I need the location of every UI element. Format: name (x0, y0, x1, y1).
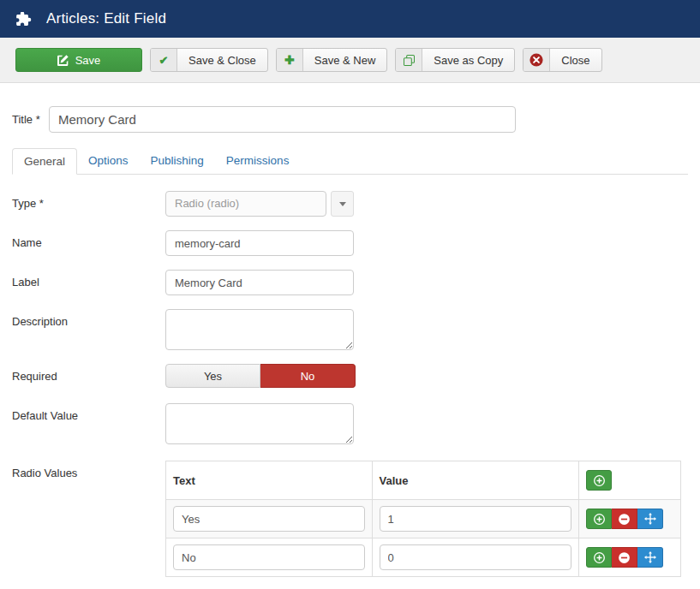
required-toggle: Yes No (165, 364, 356, 388)
row1-add-button[interactable] (586, 509, 612, 529)
title-label: Title * (12, 113, 49, 126)
top-navbar: Articles: Edit Field (0, 0, 700, 38)
check-icon: ✔ (151, 49, 177, 71)
content-area: Title * General Options Publishing Permi… (0, 106, 700, 577)
row2-add-button[interactable] (586, 547, 612, 568)
required-yes-button[interactable]: Yes (165, 364, 260, 388)
required-label: Required (12, 364, 165, 388)
description-textarea[interactable] (165, 309, 354, 350)
default-value-textarea[interactable] (165, 403, 354, 444)
row1-value-input[interactable] (380, 506, 572, 532)
tab-options[interactable]: Options (77, 148, 140, 175)
close-label: Close (550, 49, 601, 71)
close-circle-icon (524, 49, 550, 71)
tab-bar: General Options Publishing Permissions (12, 148, 688, 175)
row1-actions (586, 509, 673, 529)
form-row-label: Label (12, 270, 688, 295)
row2-value-input[interactable] (380, 544, 572, 570)
row1-move-button[interactable] (637, 509, 663, 529)
tab-permissions[interactable]: Permissions (215, 148, 301, 175)
save-new-button[interactable]: ✚ Save & New (276, 48, 388, 72)
name-label: Name (12, 230, 165, 256)
row2-actions (586, 547, 673, 568)
required-marker: * (39, 197, 44, 210)
row2-remove-button[interactable] (612, 547, 637, 568)
edit-field-form: Type * Radio (radio) Name Label Descript… (12, 191, 688, 577)
type-select-caret-button (331, 191, 354, 217)
save-button-label: Save (75, 54, 101, 67)
page-title: Articles: Edit Field (46, 10, 166, 27)
type-select: Radio (radio) (165, 191, 326, 217)
plus-icon: ✚ (277, 49, 303, 71)
title-input[interactable] (49, 106, 516, 133)
save-new-label: Save & New (303, 49, 387, 71)
tab-general[interactable]: General (12, 148, 77, 175)
type-label: Type * (12, 191, 165, 217)
radio-values-header-row: Text Value (166, 461, 681, 500)
chevron-down-icon (339, 202, 346, 206)
default-value-label: Default Value (12, 403, 165, 444)
column-header-text: Text (166, 461, 373, 500)
form-row-description: Description (12, 309, 688, 350)
name-input[interactable] (165, 230, 354, 256)
row1-remove-button[interactable] (612, 509, 637, 529)
description-label: Description (12, 309, 165, 350)
add-row-button[interactable] (586, 470, 612, 491)
table-row (166, 500, 681, 538)
radio-values-table: Text Value (165, 461, 681, 577)
form-row-name: Name (12, 230, 688, 256)
copy-icon (396, 49, 422, 71)
column-header-value: Value (372, 461, 579, 500)
required-marker: * (36, 113, 40, 126)
table-row (166, 538, 681, 577)
row1-text-input[interactable] (173, 506, 365, 532)
column-header-actions (579, 461, 681, 500)
tab-publishing[interactable]: Publishing (140, 148, 215, 175)
save-copy-label: Save as Copy (422, 49, 514, 71)
close-button[interactable]: Close (523, 48, 601, 72)
form-row-type: Type * Radio (radio) (12, 191, 688, 217)
title-row: Title * (12, 106, 688, 133)
form-row-radio-values: Radio Values Text Value (12, 461, 688, 577)
row2-text-input[interactable] (173, 544, 365, 570)
toolbar: Save ✔ Save & Close ✚ Save & New Save as… (0, 38, 700, 83)
radio-values-label: Radio Values (12, 461, 165, 577)
save-button[interactable]: Save (15, 48, 142, 72)
label-input[interactable] (165, 270, 354, 295)
save-close-button[interactable]: ✔ Save & Close (150, 48, 268, 72)
form-row-required: Required Yes No (12, 364, 688, 388)
required-no-button[interactable]: No (260, 364, 356, 388)
save-copy-button[interactable]: Save as Copy (395, 48, 515, 72)
save-pencil-icon (57, 55, 69, 66)
form-row-default-value: Default Value (12, 403, 688, 444)
row2-move-button[interactable] (637, 547, 663, 568)
save-close-label: Save & Close (177, 49, 267, 71)
puzzle-icon (14, 9, 34, 29)
label-label: Label (12, 270, 165, 295)
